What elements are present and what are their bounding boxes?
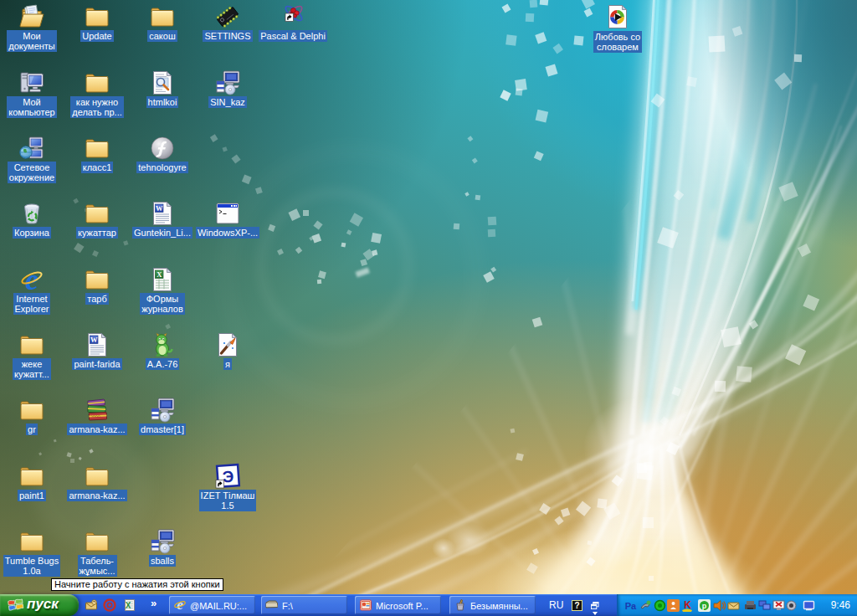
svg-text:X: X bbox=[126, 601, 131, 610]
svg-text:K: K bbox=[684, 599, 691, 611]
svg-text:p: p bbox=[702, 602, 707, 610]
svg-text:Ра: Ра bbox=[625, 601, 637, 611]
